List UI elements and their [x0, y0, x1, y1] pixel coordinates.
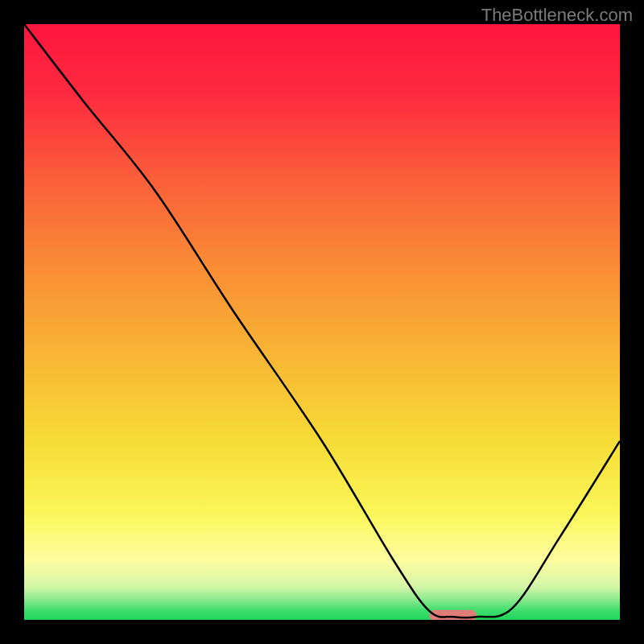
curve-line: [24, 24, 620, 617]
plot-area: [24, 24, 620, 620]
watermark-text: TheBottleneck.com: [481, 5, 633, 26]
chart-curve: [24, 24, 620, 620]
